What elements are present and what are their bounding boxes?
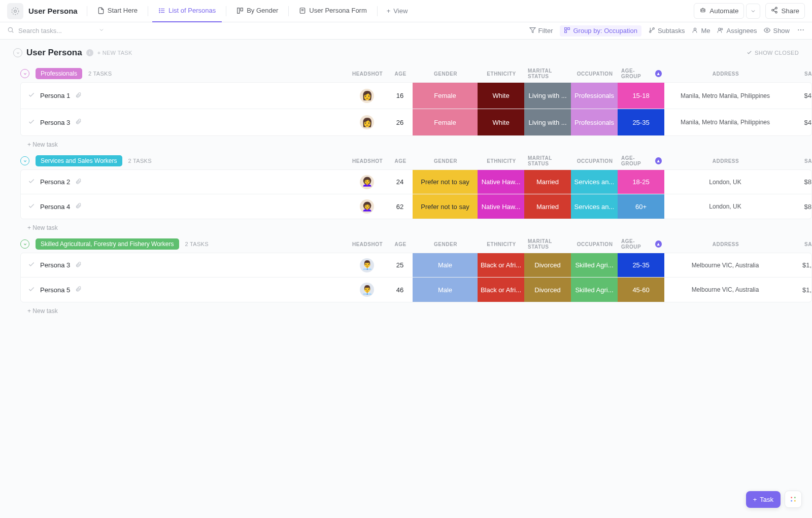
status-icon[interactable] xyxy=(28,202,35,211)
col-occupation[interactable]: OCCUPATION xyxy=(571,241,618,247)
col-headshot[interactable]: HEADSHOT xyxy=(347,71,388,77)
headshot-cell[interactable]: 👩 xyxy=(347,109,387,135)
cell[interactable]: Married xyxy=(524,194,571,219)
col-age-group[interactable]: AGE-GROUP▲ xyxy=(618,68,665,79)
col-marital[interactable]: MARITAL STATUS xyxy=(525,238,571,250)
headshot-cell[interactable]: 👨‍💼 xyxy=(347,278,387,302)
task-row[interactable]: Persona 5 👨‍💼 46 Male Black or Afri... D… xyxy=(21,278,811,302)
age-cell[interactable]: 16 xyxy=(387,83,413,109)
cell[interactable]: Divorced xyxy=(524,253,571,277)
show-closed-button[interactable]: SHOW CLOSED xyxy=(747,50,799,56)
cell[interactable]: Black or Afri... xyxy=(478,278,524,302)
col-marital[interactable]: MARITAL STATUS xyxy=(525,155,571,166)
col-age-group[interactable]: AGE-GROUP▲ xyxy=(618,238,665,250)
cell[interactable]: Skilled Agri... xyxy=(571,278,618,302)
show-button[interactable]: Show xyxy=(764,27,790,35)
task-row[interactable]: Persona 2 👩‍🦱 24 Prefer not to say Nativ… xyxy=(21,170,811,194)
cell[interactable]: White xyxy=(478,83,524,109)
col-ethnicity[interactable]: ETHNICITY xyxy=(478,241,525,247)
status-icon[interactable] xyxy=(28,261,35,269)
attachment-icon[interactable] xyxy=(75,286,82,294)
cell[interactable]: Female xyxy=(413,109,478,135)
salary-cell[interactable]: $1, xyxy=(786,253,811,277)
task-row[interactable]: Persona 3 👨‍💼 25 Male Black or Afri... D… xyxy=(21,253,811,278)
col-age[interactable]: AGE xyxy=(388,71,413,77)
headshot-cell[interactable]: 👨‍💼 xyxy=(347,253,387,277)
chevron-down-icon[interactable] xyxy=(98,27,105,34)
col-salary[interactable]: SA xyxy=(787,158,812,164)
attachment-icon[interactable] xyxy=(75,178,82,186)
info-icon[interactable]: i xyxy=(86,49,93,56)
subtasks-button[interactable]: Subtasks xyxy=(649,27,685,35)
task-row[interactable]: Persona 3 👩 26 Female White Living with … xyxy=(21,109,811,135)
col-ethnicity[interactable]: ETHNICITY xyxy=(478,71,525,77)
cell[interactable]: 60+ xyxy=(618,194,664,219)
col-salary[interactable]: SA xyxy=(787,241,812,247)
search-input[interactable] xyxy=(18,27,94,34)
tab-start-here[interactable]: Start Here xyxy=(91,0,144,22)
cell[interactable]: Living with ... xyxy=(524,109,571,135)
col-address[interactable]: ADDRESS xyxy=(665,241,787,247)
cell[interactable]: Professionals xyxy=(571,83,618,109)
headshot-cell[interactable]: 👩‍🦱 xyxy=(347,194,387,219)
list-caret[interactable] xyxy=(13,48,22,57)
cell[interactable]: 25-35 xyxy=(618,253,664,277)
cell[interactable]: Services an... xyxy=(571,194,618,219)
attachment-icon[interactable] xyxy=(75,92,82,100)
salary-cell[interactable]: $1, xyxy=(786,278,811,302)
cell[interactable]: Divorced xyxy=(524,278,571,302)
add-task-row[interactable]: + New task xyxy=(20,219,812,231)
age-cell[interactable]: 62 xyxy=(387,194,413,219)
cell[interactable]: 15-18 xyxy=(618,83,664,109)
col-age-group[interactable]: AGE-GROUP▲ xyxy=(618,155,665,166)
headshot-cell[interactable]: 👩 xyxy=(347,83,387,109)
age-cell[interactable]: 25 xyxy=(387,253,413,277)
add-view-button[interactable]: + View xyxy=(382,7,413,15)
col-gender[interactable]: GENDER xyxy=(413,241,478,247)
automate-chevron[interactable] xyxy=(746,4,760,19)
new-task-button[interactable]: + NEW TASK xyxy=(97,50,132,56)
col-headshot[interactable]: HEADSHOT xyxy=(347,158,388,164)
me-button[interactable]: Me xyxy=(692,27,710,35)
salary-cell[interactable]: $4 xyxy=(786,109,811,135)
attachment-icon[interactable] xyxy=(75,202,82,211)
col-gender[interactable]: GENDER xyxy=(413,158,478,164)
new-task-fab[interactable]: + Task xyxy=(746,491,781,508)
cell[interactable]: Female xyxy=(413,83,478,109)
col-marital[interactable]: MARITAL STATUS xyxy=(525,68,571,79)
automate-button[interactable]: Automate xyxy=(694,3,744,19)
salary-cell[interactable]: $8 xyxy=(786,194,811,219)
apps-fab[interactable] xyxy=(785,491,802,508)
cell[interactable]: 25-35 xyxy=(618,109,664,135)
cell[interactable]: Male xyxy=(413,253,478,277)
attachment-icon[interactable] xyxy=(75,261,82,269)
col-age[interactable]: AGE xyxy=(388,241,413,247)
cell[interactable]: Native Haw... xyxy=(478,194,524,219)
group-by-button[interactable]: Group by: Occupation xyxy=(560,25,641,37)
attachment-icon[interactable] xyxy=(75,118,82,126)
tab-list-of-personas[interactable]: List of Personas xyxy=(152,0,222,22)
address-cell[interactable]: Manila, Metro Manila, Philippines xyxy=(664,83,786,109)
group-caret[interactable] xyxy=(20,69,29,78)
tab-user-persona-form[interactable]: User Persona Form xyxy=(293,0,373,22)
cell[interactable]: Male xyxy=(413,278,478,302)
headshot-cell[interactable]: 👩‍🦱 xyxy=(347,170,387,194)
cell[interactable]: Skilled Agri... xyxy=(571,253,618,277)
col-salary[interactable]: SA xyxy=(787,71,812,77)
assignees-button[interactable]: Assignees xyxy=(717,27,757,35)
col-age[interactable]: AGE xyxy=(388,158,413,164)
cell[interactable]: Black or Afri... xyxy=(478,253,524,277)
col-address[interactable]: ADDRESS xyxy=(665,71,787,77)
add-task-row[interactable]: + New task xyxy=(20,302,812,315)
address-cell[interactable]: Melbourne VIC, Australia xyxy=(664,253,786,277)
cell[interactable]: 45-60 xyxy=(618,278,664,302)
cell[interactable]: 18-25 xyxy=(618,170,664,194)
status-icon[interactable] xyxy=(28,286,35,294)
group-pill[interactable]: Professionals xyxy=(36,68,82,79)
salary-cell[interactable]: $4 xyxy=(786,83,811,109)
cell[interactable]: Living with ... xyxy=(524,83,571,109)
col-ethnicity[interactable]: ETHNICITY xyxy=(478,158,525,164)
cell[interactable]: Native Haw... xyxy=(478,170,524,194)
group-pill[interactable]: Skilled Agricultural, Forestry and Fishe… xyxy=(36,238,179,250)
tab-by-gender[interactable]: By Gender xyxy=(230,0,284,22)
